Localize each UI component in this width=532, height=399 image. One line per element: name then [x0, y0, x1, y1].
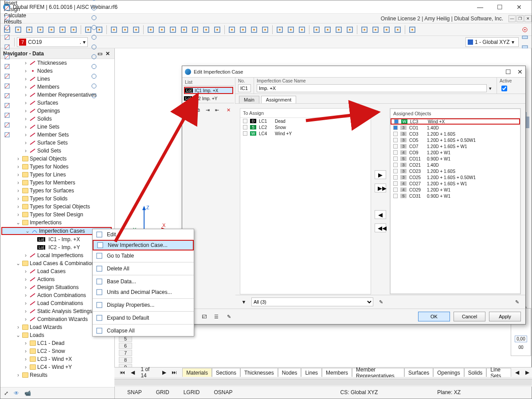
- mdi-close-icon[interactable]: ✕: [524, 15, 532, 22]
- assigned-row[interactable]: 3CO71.20D + 1.60S + W1: [391, 143, 520, 149]
- tool-i-icon[interactable]: [2, 23, 12, 32]
- table-tab-openings[interactable]: Openings: [433, 368, 464, 377]
- context-delete-all[interactable]: Delete All: [93, 263, 194, 274]
- tool-f-icon[interactable]: [2, 0, 12, 3]
- assigned-row[interactable]: 5CO310.90D + W1: [391, 193, 520, 199]
- v3-icon[interactable]: [168, 25, 178, 35]
- context-expand-to-default[interactable]: Expand to Default: [93, 313, 194, 323]
- context-go-to-table[interactable]: Go to Table: [93, 250, 194, 261]
- tool-l-icon[interactable]: [2, 52, 12, 62]
- grid-toggle[interactable]: GRID: [152, 389, 174, 395]
- context-display-properties-[interactable]: Display Properties...: [93, 300, 194, 310]
- to-assign-row[interactable]: WLC4Wind +Y: [240, 130, 371, 137]
- tree-item[interactable]: ›Types for Surfaces: [0, 187, 113, 195]
- panel-close-icon[interactable]: ✕: [104, 50, 112, 58]
- assigned-row[interactable]: 3CO11.40D: [391, 125, 520, 131]
- filter-icon[interactable]: ▼: [239, 297, 249, 307]
- coord-system-combo[interactable]: 1 - Global XYZ ▾: [466, 37, 519, 47]
- tree-item[interactable]: ›Line Sets: [0, 123, 113, 131]
- r2-icon[interactable]: [286, 25, 296, 35]
- dialog-close-icon[interactable]: ✕: [517, 68, 523, 75]
- t1-icon[interactable]: [312, 25, 321, 35]
- tool-t-icon[interactable]: [2, 130, 12, 140]
- assigned-row[interactable]: 4CO91.20D + W1: [391, 149, 520, 156]
- assigned-row[interactable]: WLC3Wind +X: [391, 118, 520, 125]
- table-tab-thicknesses[interactable]: Thicknesses: [240, 368, 278, 377]
- apply-button[interactable]: Apply: [489, 312, 521, 321]
- to-assign-row[interactable]: DLC1Dead: [240, 118, 371, 124]
- tree-item[interactable]: ›LC2 - Snow: [0, 347, 113, 355]
- ok-button[interactable]: OK: [418, 312, 450, 321]
- list-icon[interactable]: ☰: [211, 312, 221, 321]
- tab-assignment[interactable]: Assignment: [261, 96, 296, 103]
- move-left-button[interactable]: ◀: [375, 210, 386, 219]
- eye-icon[interactable]: 👁: [14, 390, 19, 396]
- tool-k-icon[interactable]: [2, 42, 12, 52]
- open-icon[interactable]: [13, 25, 23, 35]
- c2-icon[interactable]: [238, 25, 248, 35]
- tool-y1-icon[interactable]: [520, 32, 530, 42]
- case-name-input[interactable]: [257, 84, 487, 92]
- close-button[interactable]: ✕: [509, 1, 529, 13]
- tab-main[interactable]: Main: [239, 96, 259, 103]
- osnap-toggle[interactable]: OSNAP: [209, 389, 237, 395]
- pick-icon[interactable]: ✎: [376, 297, 386, 307]
- row-header[interactable]: 6: [119, 343, 132, 349]
- copy-icon[interactable]: ⧉: [194, 105, 202, 115]
- r1-icon[interactable]: [275, 25, 285, 35]
- table-tab-line-sets[interactable]: Line Sets: [486, 368, 511, 377]
- context-edit-[interactable]: Edit...: [93, 229, 194, 240]
- tool-x8-icon[interactable]: [89, 81, 99, 91]
- tool-g-icon[interactable]: [2, 3, 12, 13]
- table-tab-members[interactable]: Members: [322, 368, 352, 377]
- tree-item[interactable]: ›LC4 - Wind +Y: [0, 363, 113, 371]
- v1-icon[interactable]: [146, 25, 156, 35]
- assigned-row[interactable]: 3CO251.20D + 1.60S + 0.50W1: [391, 174, 520, 180]
- navigator-tree[interactable]: ›Thicknesses›Nodes›Lines›Members›Member …: [0, 59, 114, 387]
- context-units-and-decimal-places-[interactable]: Units and Decimal Places...: [93, 287, 194, 297]
- new-icon[interactable]: 🗋: [185, 105, 192, 115]
- tool-nav-r-icon[interactable]: [89, 0, 99, 3]
- h3-icon[interactable]: [382, 25, 391, 35]
- tool-x7-icon[interactable]: [89, 71, 99, 81]
- assigned-row[interactable]: 4CO271.20D + 1.60S + W1: [391, 180, 520, 187]
- tree-item[interactable]: ›Types for Members: [0, 179, 113, 187]
- dialog-maximize-icon[interactable]: ☐: [505, 68, 511, 75]
- cloud-icon[interactable]: [35, 25, 45, 35]
- tree-item[interactable]: ›Results: [0, 371, 113, 379]
- table-tab-lines[interactable]: Lines: [301, 368, 322, 377]
- assigned-row[interactable]: 5CO110.90D + W1: [391, 156, 520, 162]
- assigned-row[interactable]: 3CO31.20D + 1.60S: [391, 131, 520, 137]
- load-case-combo[interactable]: 7 CO19 . ▾: [17, 37, 88, 47]
- context-base-data-[interactable]: Base Data...: [93, 276, 194, 287]
- tree-item[interactable]: ›Special Objects: [0, 155, 113, 163]
- snap-toggle[interactable]: SNAP: [123, 389, 146, 395]
- h1-icon[interactable]: [360, 25, 369, 35]
- c1-icon[interactable]: [227, 25, 237, 35]
- delete-icon[interactable]: ✕: [225, 105, 232, 115]
- script-icon[interactable]: ✎: [224, 312, 234, 321]
- cancel-button[interactable]: Cancel: [454, 312, 485, 321]
- tool-x6-icon[interactable]: [89, 62, 99, 71]
- tree-item[interactable]: ›Surface Sets: [0, 139, 113, 147]
- move-all-left-button[interactable]: ◀◀: [375, 223, 386, 232]
- context-collapse-all[interactable]: Collapse All: [93, 325, 194, 336]
- web-icon[interactable]: [24, 25, 34, 35]
- assigned-row[interactable]: 3CO51.20D + 1.60S + 0.50W1: [391, 137, 520, 143]
- tree-item[interactable]: ›Solids: [0, 115, 113, 123]
- camera-icon[interactable]: 📹: [24, 390, 31, 396]
- t4-icon[interactable]: [345, 25, 355, 35]
- calc-icon[interactable]: 🗠: [199, 312, 209, 321]
- h2-icon[interactable]: [371, 25, 380, 35]
- row-header[interactable]: 8: [119, 357, 132, 363]
- lgrid-toggle[interactable]: LGRID: [179, 389, 204, 395]
- paste-icon[interactable]: [131, 25, 141, 35]
- mdi-minimize-icon[interactable]: —: [509, 15, 516, 22]
- c3-icon[interactable]: [249, 25, 259, 35]
- tool-x1-icon[interactable]: [89, 13, 99, 23]
- tool-p-icon[interactable]: [2, 91, 12, 101]
- row-header[interactable]: 5: [119, 336, 132, 342]
- v2-icon[interactable]: [157, 25, 167, 35]
- assigned-row[interactable]: 3CO211.40D: [391, 162, 520, 168]
- print-icon[interactable]: [69, 25, 78, 35]
